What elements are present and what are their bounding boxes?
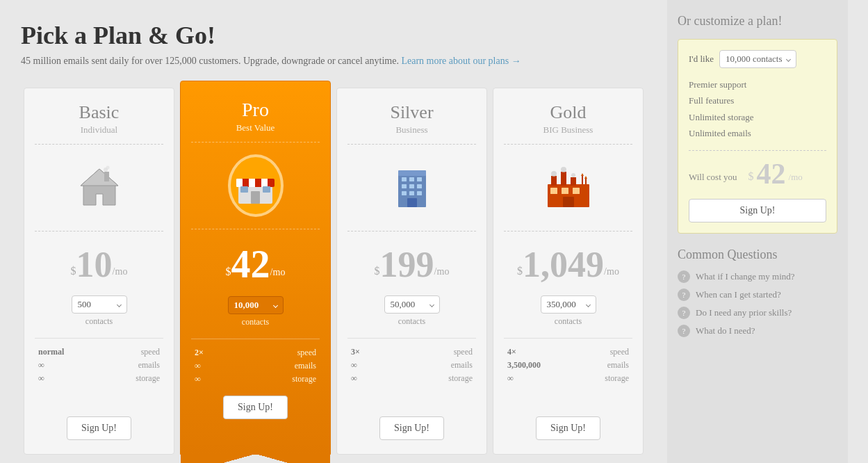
contacts-row-gold: 350,000 contacts <box>504 295 632 327</box>
price-mo-basic: /mo <box>113 266 128 277</box>
contacts-label-pro: contacts <box>242 317 269 327</box>
plan-name-basic: Basic <box>79 102 120 123</box>
svg-rect-12 <box>263 186 270 193</box>
feature-value: ∞ <box>351 373 357 384</box>
features-section-silver: 3× speed ∞ emails ∞ storage <box>347 338 476 395</box>
contacts-label-basic: contacts <box>85 316 113 327</box>
ilike-label: I'd like <box>689 54 714 65</box>
chevron-down-icon <box>272 302 277 307</box>
signup-button-pro[interactable]: Sign Up! <box>223 396 288 419</box>
feature-label: emails <box>451 360 473 371</box>
svg-rect-20 <box>417 184 422 188</box>
chevron-down-icon <box>116 302 121 307</box>
price-dollar-pro: $ <box>226 266 231 278</box>
customize-feature-item: Unlimited storage <box>689 109 826 125</box>
svg-rect-18 <box>402 184 407 188</box>
feature-value: 4× <box>507 347 516 357</box>
svg-rect-9 <box>261 179 268 187</box>
svg-rect-15 <box>402 177 407 181</box>
svg-rect-7 <box>236 179 243 187</box>
svg-point-31 <box>571 173 575 177</box>
contacts-row-basic: 500 contacts <box>35 295 163 327</box>
price-dollar-gold: $ <box>517 265 523 277</box>
feature-label: speed <box>141 347 160 357</box>
customize-contacts-row: I'd like 10,000 contacts <box>689 50 826 68</box>
svg-marker-1 <box>81 169 118 186</box>
contacts-select-pro[interactable]: 10,000 <box>228 296 284 314</box>
price-row-basic: $ 10 /mo <box>71 247 128 283</box>
page-title: Pick a Plan & Go! <box>21 21 646 50</box>
plans-container: Basic Individual $ 10 /mo 500 contacts <box>21 88 646 455</box>
common-questions-title: Common Questions <box>678 247 837 262</box>
contacts-select-gold[interactable]: 350,000 <box>541 295 596 314</box>
contacts-select-basic[interactable]: 500 <box>72 295 127 314</box>
question-item[interactable]: ? Do I need any prior skills? <box>678 307 837 319</box>
feature-row: ∞ emails <box>38 360 160 371</box>
feature-value: 3,500,000 <box>507 360 541 371</box>
feature-label: storage <box>448 373 473 384</box>
svg-rect-14 <box>398 170 426 176</box>
plan-divider2-pro <box>191 229 320 229</box>
feature-row: 3× speed <box>351 347 473 357</box>
plan-card-pro: Pro Best Value $ 42 /mo 10,000 conta <box>180 81 331 455</box>
feature-value: ∞ <box>507 373 514 384</box>
feature-value: 2× <box>195 348 204 358</box>
feature-row: 2× speed <box>195 348 316 358</box>
plan-divider-pro <box>191 142 320 143</box>
price-dollar-basic: $ <box>71 265 76 277</box>
signup-button-basic[interactable]: Sign Up! <box>67 416 131 440</box>
question-item[interactable]: ? What if I change my mind? <box>678 270 837 283</box>
feature-label: speed <box>610 347 629 357</box>
svg-rect-24 <box>407 198 417 207</box>
svg-rect-8 <box>249 179 255 187</box>
features-section-pro: 2× speed ∞ emails ∞ storage <box>191 339 320 396</box>
customize-signup-button[interactable]: Sign Up! <box>689 199 826 222</box>
customize-box: I'd like 10,000 contacts Premier support… <box>678 39 837 234</box>
plan-divider-basic <box>35 144 163 145</box>
plan-subtitle-pro: Best Value <box>236 122 275 133</box>
plan-subtitle-gold: BIG Business <box>543 124 593 136</box>
feature-label: emails <box>607 360 629 371</box>
main-content: Pick a Plan & Go! 45 million emails sent… <box>0 0 667 463</box>
question-item[interactable]: ? What do I need? <box>678 325 837 337</box>
customize-feature-item: Unlimited emails <box>689 125 826 141</box>
svg-point-4 <box>106 166 109 170</box>
svg-rect-11 <box>240 186 248 193</box>
feature-value: ∞ <box>351 360 357 371</box>
price-amount-gold: 1,049 <box>523 247 604 283</box>
price-row-silver: $ 199 /mo <box>375 247 450 283</box>
customize-price-dollar: $ <box>748 170 754 183</box>
customize-price-row: Will cost you $ 42 /mo <box>689 150 826 188</box>
svg-marker-38 <box>581 173 584 176</box>
feature-row: 3,500,000 emails <box>507 360 629 371</box>
feature-row: ∞ storage <box>507 373 629 384</box>
signup-button-silver[interactable]: Sign Up! <box>379 416 444 440</box>
question-icon: ? <box>678 325 690 337</box>
feature-label: storage <box>292 374 316 384</box>
customize-contacts-select[interactable]: 10,000 contacts <box>719 50 796 68</box>
plan-icon-wrapper <box>228 154 284 217</box>
plan-icon-silver <box>384 160 440 216</box>
feature-value: normal <box>38 347 64 357</box>
feature-label: emails <box>138 360 160 371</box>
contacts-label-gold: contacts <box>555 316 582 327</box>
feature-row: ∞ emails <box>351 360 473 371</box>
chevron-down-icon <box>585 302 590 307</box>
signup-button-gold[interactable]: Sign Up! <box>536 416 600 440</box>
learn-more-link[interactable]: Learn more about our plans → <box>401 56 521 66</box>
svg-rect-35 <box>563 197 574 207</box>
customize-feature-item: Full features <box>689 92 826 108</box>
question-item[interactable]: ? When can I get started? <box>678 289 837 301</box>
feature-label: storage <box>605 373 629 384</box>
plan-card-silver: Silver Business $ 199 /mo 50,000 <box>336 88 487 455</box>
contacts-row-silver: 50,000 contacts <box>347 295 476 327</box>
plan-name-gold: Gold <box>550 102 587 123</box>
plan-card-basic: Basic Individual $ 10 /mo 500 contacts <box>24 88 174 455</box>
feature-value: ∞ <box>195 361 201 371</box>
question-icon: ? <box>678 289 690 301</box>
contacts-select-silver[interactable]: 50,000 <box>384 295 440 314</box>
subtitle: 45 million emails sent daily for over 12… <box>21 56 646 67</box>
plan-icon-pro <box>228 158 284 213</box>
plan-card-gold: Gold BIG Business $ 1,049 /mo <box>493 88 644 455</box>
contacts-value-gold: 350,000 <box>547 299 576 310</box>
